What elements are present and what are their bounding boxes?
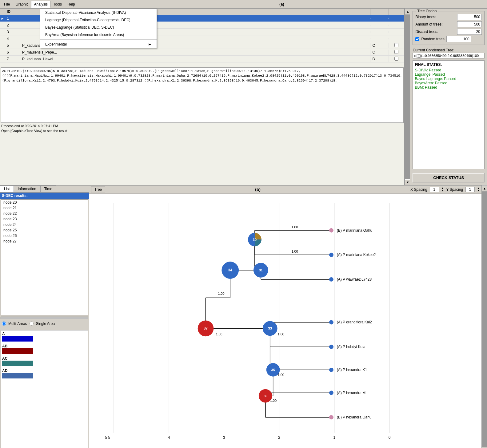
cell-id: 4 xyxy=(5,36,20,42)
x-spacing-input[interactable] xyxy=(430,187,439,192)
scroll-up-arrow[interactable]: ▲ xyxy=(405,9,410,14)
tab-list[interactable]: List xyxy=(0,186,14,192)
tree-label-3: (A) P wawraeDL7428 xyxy=(337,277,372,282)
row-checkbox[interactable] xyxy=(394,57,398,61)
axis-label-55: 5 5 xyxy=(105,435,110,440)
left-sidebar: List Information Time S-DEC results: nod… xyxy=(0,186,89,448)
x-spacing-down-arrow[interactable]: ▼ xyxy=(441,190,444,192)
output-content: AS:1.85102)4:0.000889786)5:0.334738,P_ka… xyxy=(2,69,402,82)
table-row[interactable]: 7 P_kaduana_Hawai... B xyxy=(0,56,404,62)
axis-label-0: 0 xyxy=(389,435,391,440)
area-item-ab: AB xyxy=(2,344,87,354)
row-checkbox[interactable] xyxy=(394,50,398,54)
col-header-id: ID xyxy=(5,9,20,15)
list-item[interactable]: node 25 xyxy=(1,227,88,233)
tree-tab[interactable]: Tree xyxy=(91,186,105,193)
cell-area xyxy=(370,31,389,33)
single-area-label: Single Area xyxy=(36,322,55,326)
menu-analysis[interactable]: Analysis xyxy=(31,1,50,8)
node-label-31: 31 xyxy=(259,268,263,272)
list-item[interactable]: node 24 xyxy=(1,222,88,227)
cell-id: 7 xyxy=(5,56,20,62)
multi-areas-radio[interactable] xyxy=(2,322,6,326)
y-spacing-input[interactable] xyxy=(465,187,475,192)
node-label-35: 35 xyxy=(271,368,275,372)
bottom-panel: List Information Time S-DEC results: nod… xyxy=(0,186,487,448)
tab-information[interactable]: Information xyxy=(14,186,40,192)
binary-trees-input[interactable] xyxy=(457,14,482,20)
tree-scroll-thumb[interactable] xyxy=(482,191,487,447)
menu-help[interactable]: Help xyxy=(65,1,78,8)
tab-time[interactable]: Time xyxy=(40,186,56,192)
vertical-scrollbar[interactable]: ▲ ▼ xyxy=(405,9,410,185)
area-color-bar-ac xyxy=(2,361,33,366)
menu-lagrange[interactable]: Lagrange (Dispersal-Extinction-Cladogene… xyxy=(40,16,157,24)
axis-label-1: 1 xyxy=(333,435,336,440)
tree-vertical-scrollbar[interactable]: ▲ ▼ xyxy=(481,186,487,448)
menu-experimental[interactable]: Experimental ► xyxy=(40,41,157,48)
cell-check xyxy=(389,31,404,33)
check-status-button[interactable]: CHECK STATUS xyxy=(413,173,485,182)
sdec-results-list: node 20 node 21 node 22 node 23 node 24 … xyxy=(1,199,88,315)
area-color-bar-a xyxy=(2,336,33,342)
menu-bayarea[interactable]: BayArea (Bayesian inference for discrete… xyxy=(40,31,157,38)
tree-label-4: (A) P grandiflora Kal2 xyxy=(337,320,372,324)
y-spacing-arrows[interactable]: ▲ ▼ xyxy=(477,187,480,192)
branch-label-36: 1.00 xyxy=(270,399,277,402)
menu-sdiva[interactable]: Statistical Dispersal-Vicariance Analysi… xyxy=(40,9,157,16)
node-label-30: 30 xyxy=(253,238,257,242)
area-item-ac: AC xyxy=(2,356,87,366)
menu-graphic[interactable]: Graphic xyxy=(13,1,31,8)
area-mode-row: Multi-Areas Single Area xyxy=(2,322,87,326)
tree-option-group: Tree Option Binary trees: Amount of tree… xyxy=(413,11,485,45)
branch-label-2: 1.00 xyxy=(291,250,298,253)
col-header-check xyxy=(389,9,404,15)
cell-check[interactable] xyxy=(389,42,404,49)
single-area-radio[interactable] xyxy=(30,322,34,326)
table-row[interactable]: 6 P_mauiensis_Pepe... C xyxy=(0,49,404,56)
random-trees-checkbox[interactable] xyxy=(415,37,419,41)
amount-trees-input[interactable] xyxy=(457,21,482,27)
y-spacing-down-arrow[interactable]: ▼ xyxy=(477,190,480,192)
final-states-title: FINAL STATES: xyxy=(415,62,482,67)
menu-file[interactable]: File xyxy=(1,1,13,8)
menu-tools[interactable]: Tools xyxy=(50,1,65,8)
node-label-34: 34 xyxy=(228,268,233,272)
node-label-36: 36 xyxy=(264,394,267,398)
list-item[interactable]: node 22 xyxy=(1,211,88,216)
list-item[interactable]: node 20 xyxy=(1,200,88,205)
cell-area xyxy=(370,38,389,39)
cell-check xyxy=(389,38,404,39)
scroll-down-arrow[interactable]: ▼ xyxy=(405,179,410,185)
tree-scroll-up-arrow[interactable]: ▲ xyxy=(482,186,487,191)
multi-areas-label: Multi-Areas xyxy=(8,322,27,326)
list-item[interactable]: node 26 xyxy=(1,233,88,238)
row-checkbox[interactable] xyxy=(394,43,398,47)
tree-label-8: (B) P hexandra Oahu xyxy=(337,415,372,419)
tree-label-5: (A) P hobdyi Kuia xyxy=(337,345,365,349)
tree-view-area: Tree (b) X Spacing ▲ ▼ Y Spacing ▲ ▼ xyxy=(89,186,481,448)
cell-id: 6 xyxy=(5,50,20,55)
cell-id: 1 xyxy=(5,16,20,21)
cell-check[interactable] xyxy=(389,49,404,55)
condensed-tree-section: Current Condensed Tree: (((((((1:0.96568… xyxy=(413,47,485,58)
branch-label-1: 1.00 xyxy=(291,225,298,229)
x-spacing-arrows[interactable]: ▲ ▼ xyxy=(441,187,444,192)
menu-bayes-lagrange[interactable]: Bayes-Lagrange (Statistical DEC, S-DEC) xyxy=(40,24,157,31)
x-spacing-label: X Spacing xyxy=(410,187,427,192)
bayesarea-state: BayesArea: Passed xyxy=(415,81,482,85)
list-item[interactable]: node 27 xyxy=(1,238,88,244)
list-item[interactable]: node 21 xyxy=(1,205,88,211)
leaf-dot-1 xyxy=(329,228,333,233)
scroll-thumb[interactable] xyxy=(405,14,410,179)
cell-check[interactable] xyxy=(389,56,404,62)
row-indicator: ► xyxy=(0,17,5,20)
lagrange-state: Lagrange: Passed xyxy=(415,72,482,77)
random-trees-input[interactable] xyxy=(446,36,471,42)
leaf-dot-3 xyxy=(329,277,333,282)
cell-area: C xyxy=(370,50,389,55)
list-item[interactable]: node 23 xyxy=(1,216,88,222)
tree-label-6: (A) P hexandra K1 xyxy=(337,368,367,372)
branch-label-33: 1.00 xyxy=(278,332,284,336)
discard-trees-input[interactable] xyxy=(457,29,482,35)
